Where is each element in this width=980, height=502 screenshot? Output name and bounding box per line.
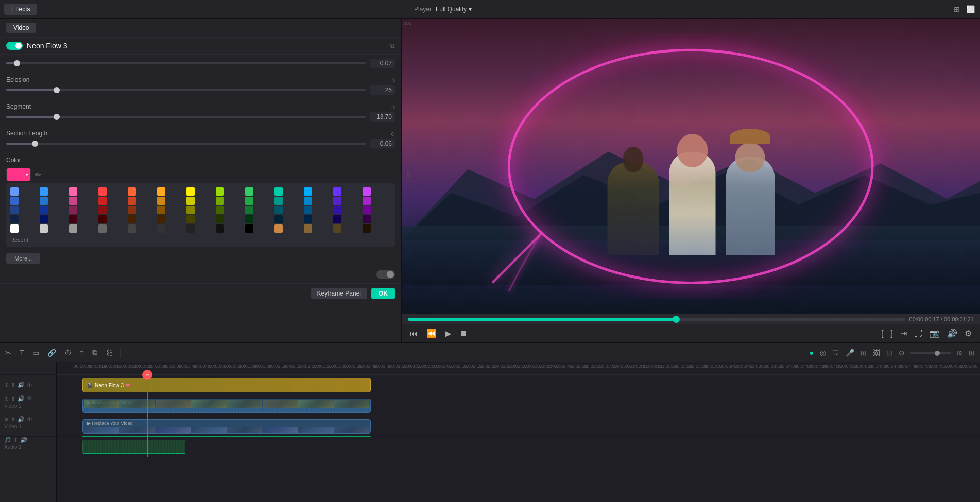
color-cell[interactable] — [304, 206, 312, 214]
color-cell[interactable] — [98, 224, 107, 233]
color-cell[interactable] — [304, 224, 312, 233]
effect-toggle[interactable] — [6, 42, 23, 50]
color-cell[interactable] — [40, 215, 48, 223]
color-cell[interactable] — [98, 215, 107, 223]
color-cell[interactable] — [69, 206, 77, 214]
color-cell[interactable] — [40, 187, 48, 196]
color-cell[interactable] — [98, 187, 107, 196]
color-cell[interactable] — [157, 224, 165, 233]
timeline-zoom-out-btn[interactable]: ⊖ — [898, 348, 906, 358]
mark-in-button[interactable]: [ — [879, 328, 885, 339]
color-cell[interactable] — [10, 197, 19, 205]
color-cell[interactable] — [333, 224, 341, 233]
segment-track[interactable] — [6, 116, 366, 118]
timeline-cut-tool[interactable]: ✂ — [4, 348, 12, 358]
ok-button[interactable]: OK — [371, 288, 395, 299]
color-cell[interactable] — [304, 187, 312, 196]
eclosion-keyframe-icon[interactable]: ◇ — [391, 77, 395, 83]
color-cell[interactable] — [186, 197, 195, 205]
color-cell[interactable] — [98, 197, 107, 205]
color-swatch-button[interactable]: ▾ — [6, 168, 31, 181]
track-effect-upload[interactable]: ⬆ — [11, 382, 15, 388]
track-audio1-icon[interactable]: 🎵 — [4, 437, 11, 443]
effects-tab[interactable]: Effects — [4, 4, 37, 15]
eyedropper-button[interactable]: ✏ — [35, 170, 41, 179]
section-length-track[interactable] — [6, 143, 366, 145]
color-cell[interactable] — [274, 187, 283, 196]
timeline-render-btn[interactable]: ⊡ — [885, 348, 893, 358]
color-cell[interactable] — [157, 187, 165, 196]
track-video2-audio[interactable]: 🔊 — [18, 395, 25, 402]
track-video1-icon[interactable]: ⊕ — [4, 416, 9, 423]
color-cell[interactable] — [245, 187, 253, 196]
color-cell[interactable] — [363, 224, 371, 233]
timeline-content[interactable]: 00:00:0500:00:1000:00:1500:00:2000:00:25… — [57, 362, 980, 502]
reset-icon[interactable]: ⧉ — [390, 42, 395, 49]
color-cell[interactable] — [274, 215, 283, 223]
color-cell[interactable] — [157, 215, 165, 223]
color-cell[interactable] — [274, 224, 283, 233]
color-cell[interactable] — [186, 187, 195, 196]
color-cell[interactable] — [98, 206, 107, 214]
track-audio1-mute[interactable]: 🔊 — [20, 437, 27, 443]
color-cell[interactable] — [245, 224, 253, 233]
track-effect-audio[interactable]: 🔊 — [18, 382, 25, 388]
timeline-timer-tool[interactable]: ⏱ — [63, 348, 73, 358]
window-icon[interactable]: ⬜ — [965, 4, 976, 14]
slider1-track[interactable] — [6, 62, 366, 64]
track-video1-upload[interactable]: ⬆ — [11, 416, 15, 423]
player-timeline[interactable] — [408, 318, 905, 321]
timeline-link-tool[interactable]: 🔗 — [46, 348, 57, 358]
color-cell[interactable] — [304, 215, 312, 223]
color-cell[interactable] — [363, 187, 371, 196]
timeline-layout-btn[interactable]: ⊞ — [968, 348, 976, 358]
skip-back-button[interactable]: ⏮ — [408, 328, 420, 339]
color-cell[interactable] — [216, 197, 224, 205]
keyframe-panel-button[interactable]: Keyframe Panel — [311, 288, 367, 299]
color-cell[interactable] — [69, 215, 77, 223]
color-cell[interactable] — [363, 197, 371, 205]
mark-out-button[interactable]: ] — [889, 328, 895, 339]
color-cell[interactable] — [69, 187, 77, 196]
quality-select[interactable]: Full Quality ▾ — [436, 6, 472, 13]
step-back-button[interactable]: ⏪ — [424, 327, 439, 339]
more-colors-button[interactable]: More... — [6, 253, 40, 264]
volume-button[interactable]: 🔊 — [945, 327, 959, 339]
color-cell[interactable] — [245, 197, 253, 205]
timeline-record-btn[interactable]: ● — [809, 348, 815, 358]
color-cell[interactable] — [216, 187, 224, 196]
play-button[interactable]: ▶ — [443, 327, 453, 339]
grid-view-icon[interactable]: ⊞ — [953, 4, 961, 14]
color-cell[interactable] — [304, 197, 312, 205]
track-video1-audio[interactable]: 🔊 — [18, 416, 25, 423]
timeline-copy-tool[interactable]: ⧉ — [91, 347, 98, 358]
color-cell[interactable] — [245, 215, 253, 223]
color-cell[interactable] — [128, 224, 136, 233]
color-cell[interactable] — [333, 206, 341, 214]
color-cell[interactable] — [40, 206, 48, 214]
track-video2-upload[interactable]: ⬆ — [11, 395, 15, 402]
audio-clip[interactable] — [82, 440, 185, 454]
color-cell[interactable] — [216, 224, 224, 233]
timeline-snap-btn[interactable]: ◎ — [819, 348, 827, 358]
color-cell[interactable] — [10, 206, 19, 214]
track-audio1-upload[interactable]: ⬆ — [13, 437, 18, 443]
track-effect-icon[interactable]: ⊕ — [4, 382, 9, 388]
color-cell[interactable] — [333, 197, 341, 205]
color-cell[interactable] — [216, 215, 224, 223]
color-cell[interactable] — [186, 215, 195, 223]
color-cell[interactable] — [157, 197, 165, 205]
track-video2-icon[interactable]: ⊕ — [4, 395, 9, 402]
color-cell[interactable] — [128, 187, 136, 196]
stop-button[interactable]: ⏹ — [457, 328, 470, 339]
settings-button[interactable]: ⚙ — [962, 327, 974, 339]
color-cell[interactable] — [40, 197, 48, 205]
color-cell[interactable] — [157, 206, 165, 214]
color-cell[interactable] — [128, 206, 136, 214]
video-clip-2[interactable]: ▶ Replace Your Video — [82, 399, 371, 413]
snapshot-button[interactable]: 📷 — [927, 327, 942, 339]
track-video2-eye[interactable]: 👁 — [27, 395, 32, 402]
color-cell[interactable] — [10, 215, 19, 223]
color-cell[interactable] — [10, 224, 19, 233]
color-cell[interactable] — [186, 206, 195, 214]
